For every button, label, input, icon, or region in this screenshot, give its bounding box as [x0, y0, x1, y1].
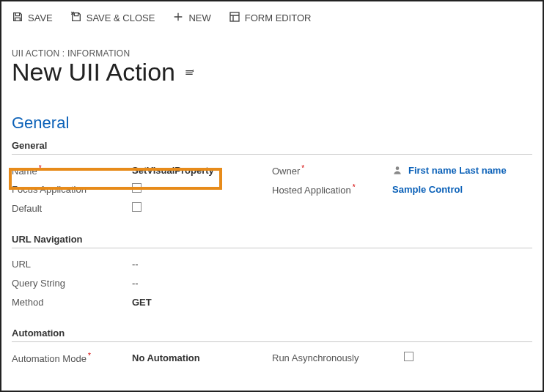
toolbar: SAVE SAVE & CLOSE NEW FORM EDITOR: [12, 7, 532, 28]
hosted-app-value[interactable]: Sample Control: [392, 184, 463, 195]
form-editor-icon: [229, 11, 240, 25]
default-checkbox[interactable]: [132, 202, 141, 212]
form-editor-button[interactable]: FORM EDITOR: [229, 11, 312, 25]
save-button[interactable]: SAVE: [12, 11, 53, 25]
subsection-general: General: [12, 140, 532, 155]
breadcrumb: UII ACTION : INFORMATION: [12, 48, 532, 59]
required-marker: *: [301, 164, 304, 172]
query-string-value: --: [132, 278, 532, 289]
save-close-label: SAVE & CLOSE: [87, 12, 155, 23]
title-menu-button[interactable]: [184, 67, 194, 78]
field-method[interactable]: Method GET: [12, 292, 532, 311]
field-name[interactable]: Name* SetVisualProperty: [12, 160, 272, 180]
query-string-label: Query String: [12, 278, 132, 289]
run-async-checkbox[interactable]: [404, 352, 413, 361]
required-marker: *: [353, 183, 356, 191]
field-run-asynchronously[interactable]: Run Asynchronously: [272, 348, 532, 367]
field-hosted-application[interactable]: Hosted Application* Sample Control: [272, 180, 532, 199]
method-value: GET: [132, 297, 532, 308]
focus-app-label: Focus Application: [12, 184, 132, 195]
url-value: --: [132, 259, 532, 270]
run-async-label: Run Asynchronously: [272, 352, 404, 363]
section-general-title: General: [12, 114, 532, 133]
field-query-string[interactable]: Query String --: [12, 273, 532, 292]
owner-label: Owner: [272, 166, 300, 177]
owner-value[interactable]: First name Last name: [408, 165, 507, 176]
save-label: SAVE: [28, 12, 53, 23]
field-default[interactable]: Default: [12, 199, 272, 218]
field-owner[interactable]: Owner* First name Last name: [272, 160, 532, 180]
field-automation-mode[interactable]: Automation Mode* No Automation: [12, 348, 272, 367]
name-value: SetVisualProperty: [132, 165, 272, 176]
svg-rect-0: [230, 12, 239, 21]
hosted-app-label: Hosted Application: [272, 185, 351, 196]
automation-mode-value: No Automation: [132, 352, 272, 363]
svg-point-1: [396, 167, 400, 171]
save-icon: [12, 11, 23, 25]
field-focus-application[interactable]: Focus Application: [12, 180, 272, 199]
save-close-button[interactable]: SAVE & CLOSE: [70, 11, 155, 25]
automation-mode-label: Automation Mode: [12, 353, 87, 364]
name-label: Name: [12, 166, 37, 177]
subsection-automation: Automation: [12, 328, 532, 342]
required-marker: *: [39, 164, 42, 172]
method-label: Method: [12, 297, 132, 308]
plus-icon: [172, 11, 184, 25]
focus-app-checkbox[interactable]: [132, 183, 141, 193]
field-url[interactable]: URL --: [12, 254, 532, 273]
form-editor-label: FORM EDITOR: [245, 12, 312, 23]
subsection-url-navigation: URL Navigation: [12, 234, 532, 248]
menu-chevron-icon: [184, 67, 194, 78]
default-label: Default: [12, 203, 132, 214]
save-close-icon: [70, 11, 82, 25]
url-label: URL: [12, 259, 132, 270]
new-label: NEW: [188, 12, 210, 23]
required-marker: *: [88, 352, 91, 360]
new-button[interactable]: NEW: [172, 11, 210, 25]
page-title: New UII Action: [12, 59, 175, 86]
user-icon: [392, 165, 403, 175]
